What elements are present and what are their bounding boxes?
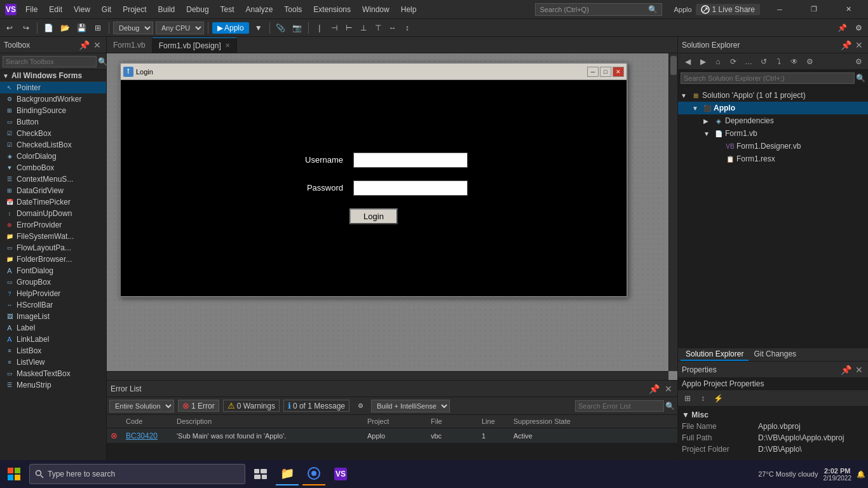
- fmt-3[interactable]: ⊢: [342, 21, 356, 35]
- taskbar-search[interactable]: Type here to search: [29, 464, 245, 484]
- sol-filter[interactable]: ⚙: [803, 55, 817, 68]
- error-scope-select[interactable]: Entire Solution: [109, 400, 174, 412]
- toolbar-screenshot[interactable]: 📷: [290, 21, 304, 35]
- prop-events-btn[interactable]: ⚡: [711, 392, 725, 405]
- col-code-header[interactable]: Code: [122, 416, 173, 426]
- toolbox-item-pointer[interactable]: ↖ Pointer: [0, 82, 106, 93]
- vs-taskbar-btn[interactable]: VS: [329, 463, 352, 485]
- toolbox-item-button[interactable]: ▭ Button: [0, 116, 106, 128]
- sol-show-all[interactable]: 👁: [787, 55, 801, 68]
- settings-btn[interactable]: ⚙: [851, 21, 865, 35]
- col-proj-header[interactable]: Project: [363, 416, 427, 426]
- designer-hscrollbar[interactable]: [107, 371, 668, 380]
- toolbox-item-linklabel[interactable]: A LinkLabel: [0, 334, 106, 345]
- sol-pin-btn[interactable]: 📌: [839, 40, 853, 50]
- toolbox-item-folderbrowser[interactable]: 📁 FolderBrowser...: [0, 254, 106, 265]
- toolbox-item-backgroundworker[interactable]: ⚙ BackgroundWorker: [0, 93, 106, 105]
- fmt-5[interactable]: ⊤: [371, 21, 385, 35]
- col-desc-header[interactable]: Description: [173, 416, 363, 426]
- toolbox-pin-btn[interactable]: 📌: [78, 40, 91, 50]
- col-icon-header[interactable]: [107, 416, 122, 426]
- tab-form1-vb[interactable]: Form1.vb: [107, 37, 153, 53]
- minimize-button[interactable]: ─: [765, 0, 794, 19]
- error-search-icon[interactable]: 🔍: [665, 402, 675, 410]
- tab-close-btn[interactable]: ✕: [225, 42, 230, 49]
- toolbox-item-filesystemwatcher[interactable]: 📁 FileSystemWat...: [0, 231, 106, 242]
- platform-select[interactable]: Any CPU: [156, 22, 204, 34]
- toolbox-item-errorprovider[interactable]: ⊗ ErrorProvider: [0, 219, 106, 231]
- menu-window[interactable]: Window: [357, 4, 395, 15]
- solution-explorer-tab[interactable]: Solution Explorer: [681, 348, 749, 361]
- sol-dotdot[interactable]: …: [742, 55, 756, 68]
- warnings-badge[interactable]: ⚠ 0 Warnings: [223, 400, 280, 412]
- toolbox-item-maskedtextbox[interactable]: ▭ MaskedTextBox: [0, 368, 106, 379]
- solution-search-input[interactable]: [681, 72, 855, 84]
- toolbox-item-menustrip[interactable]: ☰ MenuStrip: [0, 379, 106, 391]
- toolbar-redo[interactable]: ↪: [19, 21, 33, 35]
- toolbox-search-icon[interactable]: 🔍: [98, 57, 107, 66]
- menu-build[interactable]: Build: [153, 4, 180, 15]
- notification-center-icon[interactable]: 🔔: [857, 470, 865, 478]
- sol-back-btn[interactable]: ◀: [681, 55, 695, 68]
- tree-solution-root[interactable]: ▼ ⊞ Solution 'Applo' (1 of 1 project): [678, 89, 868, 102]
- toolbox-item-flowlayoutpanel[interactable]: ▭ FlowLayoutPa...: [0, 242, 106, 254]
- form-designer-area[interactable]: f Login ─ □ ✕ Username: [107, 53, 677, 380]
- toolbox-item-domainupdown[interactable]: ↕ DomainUpDown: [0, 208, 106, 219]
- explorer-taskbar-btn[interactable]: 📁: [276, 463, 299, 485]
- menu-analyze[interactable]: Analyze: [241, 4, 278, 15]
- tree-form1-vb[interactable]: ▼ 📄 Form1.vb: [678, 127, 868, 140]
- toolbox-item-groupbox[interactable]: ▭ GroupBox: [0, 276, 106, 288]
- sol-settings-icon[interactable]: ⚙: [851, 55, 865, 68]
- username-input-design[interactable]: [353, 152, 468, 168]
- menu-git[interactable]: Git: [97, 4, 116, 15]
- prop-close-btn[interactable]: ✕: [854, 365, 864, 375]
- restore-button[interactable]: ❐: [799, 0, 829, 19]
- toolbar-attach[interactable]: 📎: [274, 21, 288, 35]
- fmt-1[interactable]: |: [313, 21, 327, 35]
- toolbar-new[interactable]: 📄: [41, 21, 55, 35]
- menu-help[interactable]: Help: [396, 4, 422, 15]
- sol-sync-btn[interactable]: ⟳: [726, 55, 740, 68]
- toolbox-item-combobox[interactable]: ▼ ComboBox: [0, 162, 106, 173]
- fmt-7[interactable]: ↕: [400, 21, 414, 35]
- errors-badge[interactable]: ⊗ 1 Error: [178, 400, 219, 412]
- misc-toggle[interactable]: ▼: [682, 410, 691, 419]
- col-file-header[interactable]: File: [427, 416, 478, 426]
- task-view-button[interactable]: [249, 463, 272, 485]
- toolbox-item-bindingsource[interactable]: ⊞ BindingSource: [0, 105, 106, 116]
- tab-form1-design[interactable]: Form1.vb [Design] ✕: [153, 37, 237, 53]
- form-close-btn[interactable]: ✕: [613, 67, 624, 77]
- solution-search-icon[interactable]: 🔍: [856, 74, 865, 83]
- form-maximize-btn[interactable]: □: [600, 67, 611, 77]
- chrome-taskbar-btn[interactable]: [302, 463, 325, 485]
- error-row-0[interactable]: ⊗ BC30420 'Sub Main' was not found in 'A…: [107, 428, 677, 443]
- password-input-design[interactable]: [353, 180, 468, 196]
- toolbox-item-listbox[interactable]: ≡ ListBox: [0, 345, 106, 356]
- debug-config-select[interactable]: Debug: [113, 22, 153, 34]
- menu-tools[interactable]: Tools: [279, 4, 307, 15]
- error-code-link[interactable]: BC30420: [126, 431, 158, 440]
- pin-btn[interactable]: 📌: [835, 21, 849, 35]
- prop-pin-btn[interactable]: 📌: [839, 365, 853, 375]
- sol-collapse[interactable]: ⤵: [772, 55, 786, 68]
- menu-view[interactable]: View: [69, 4, 95, 15]
- toolbox-item-imagelist[interactable]: 🖼 ImageList: [0, 311, 106, 322]
- toolbox-close-btn[interactable]: ✕: [92, 40, 102, 50]
- toolbar-open[interactable]: 📂: [58, 21, 72, 35]
- vscrollbar-thumb[interactable]: [670, 56, 677, 75]
- sol-close-btn[interactable]: ✕: [854, 40, 864, 50]
- error-filter-btn[interactable]: ⚙: [353, 399, 367, 413]
- toolbox-item-listview[interactable]: ≡ ListView: [0, 356, 106, 368]
- toolbox-section-all-windows-forms[interactable]: ▼ All Windows Forms: [0, 70, 106, 82]
- git-changes-tab[interactable]: Git Changes: [749, 348, 801, 361]
- tree-form1-resx[interactable]: ▶ 📋 Form1.resx: [678, 152, 868, 165]
- prop-grid-btn[interactable]: ⊞: [681, 392, 695, 405]
- toolbox-item-label[interactable]: A Label: [0, 322, 106, 334]
- designer-vscrollbar[interactable]: [668, 53, 677, 371]
- error-search-input[interactable]: [575, 400, 664, 412]
- toolbar-save-all[interactable]: ⊞: [91, 21, 105, 35]
- messages-badge[interactable]: ℹ 0 of 1 Message: [283, 400, 349, 412]
- menu-edit[interactable]: Edit: [44, 4, 67, 15]
- toolbox-item-fontdialog[interactable]: A FontDialog: [0, 265, 106, 276]
- close-button[interactable]: ✕: [834, 0, 863, 19]
